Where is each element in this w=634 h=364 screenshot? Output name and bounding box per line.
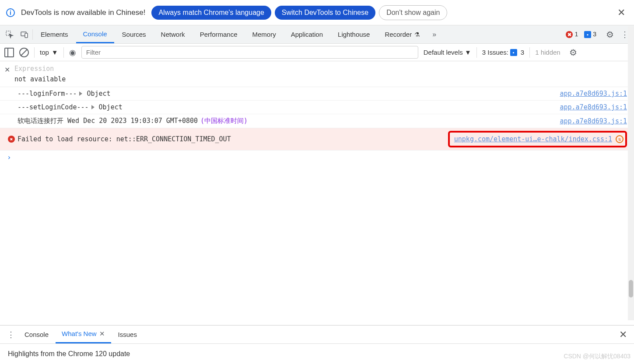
error-count-value: 1 <box>574 31 578 38</box>
clear-console-icon[interactable] <box>19 48 29 57</box>
expression-result: not available <box>14 75 630 83</box>
tab-lighthouse[interactable]: Lighthouse <box>331 26 377 42</box>
source-link[interactable]: app.a7e8d693.js:1 <box>560 90 627 98</box>
close-live-icon[interactable]: ✕ <box>4 65 10 74</box>
issues-label: 3 Issues: <box>482 49 508 56</box>
divider <box>32 29 33 40</box>
log-levels-selector[interactable]: Default levels ▼ <box>424 49 471 56</box>
drawer-tab-label: What's New <box>62 330 97 337</box>
highlight-annotation: unpkg.com/element-ui…e-chalk/index.css:1… <box>448 131 627 147</box>
tab-application[interactable]: Application <box>284 26 330 42</box>
expand-icon[interactable] <box>91 105 95 109</box>
log-row[interactable]: 软电话连接打开 Wed Dec 20 2023 19:03:07 GMT+080… <box>0 114 634 128</box>
issues-link[interactable]: 3 Issues: ▪3 <box>482 49 524 56</box>
expand-icon[interactable] <box>79 91 82 96</box>
error-text: Failed to load resource: net::ERR_CONNEC… <box>18 135 231 143</box>
network-icon[interactable]: ⇅ <box>616 135 623 143</box>
tab-memory[interactable]: Memory <box>245 26 283 42</box>
divider <box>63 47 64 58</box>
error-counter[interactable]: ✖1 <box>566 31 578 38</box>
console-settings-icon[interactable]: ⚙ <box>569 47 577 58</box>
drawer-tab-console[interactable]: Console <box>18 326 55 343</box>
issue-badge-icon: ▪ <box>584 31 591 38</box>
live-expression-row: ✕ Expression not available <box>0 61 634 87</box>
log-text: 软电话连接打开 Wed Dec 20 2023 19:03:07 GMT+080… <box>18 117 198 125</box>
svg-rect-2 <box>25 33 28 38</box>
console-log-list: ---loginForm--- Object app.a7e8d693.js:1… <box>0 87 634 164</box>
close-drawer-icon[interactable]: ✕ <box>616 329 630 340</box>
tab-recorder-label: Recorder <box>385 31 412 38</box>
sidebar-toggle-icon[interactable] <box>4 48 14 57</box>
info-icon: i <box>6 8 15 17</box>
log-row[interactable]: ---setLoginCode--- Object app.a7e8d693.j… <box>0 101 634 114</box>
tab-sources[interactable]: Sources <box>115 26 153 42</box>
device-icon[interactable] <box>18 28 32 42</box>
tab-performance[interactable]: Performance <box>193 26 245 42</box>
tab-recorder[interactable]: Recorder⚗ <box>378 26 427 42</box>
tab-network[interactable]: Network <box>154 26 192 42</box>
close-infobar-icon[interactable]: ✕ <box>615 7 628 18</box>
close-tab-icon[interactable]: ✕ <box>99 330 105 337</box>
scrollbar-track[interactable] <box>628 26 634 320</box>
live-expression-icon[interactable]: ◉ <box>69 48 76 57</box>
log-text: ---setLoginCode--- <box>18 103 89 111</box>
tab-elements[interactable]: Elements <box>34 26 75 42</box>
hidden-count[interactable]: 1 hidden <box>535 49 560 56</box>
levels-label: Default levels <box>424 49 463 56</box>
divider <box>476 47 477 58</box>
log-text-paren: (中国标准时间) <box>200 117 248 125</box>
settings-icon[interactable]: ⚙ <box>606 29 614 40</box>
drawer-tab-whatsnew[interactable]: What's New✕ <box>56 326 111 343</box>
switch-chinese-button[interactable]: Switch DevTools to Chinese <box>275 6 375 20</box>
expression-input[interactable]: Expression <box>14 65 630 73</box>
log-text: ---loginForm--- <box>18 90 77 98</box>
drawer-tabbar: ⋮ Console What's New✕ Issues ✕ <box>0 326 634 344</box>
divider <box>34 47 35 58</box>
tab-console[interactable]: Console <box>76 26 114 43</box>
filter-input[interactable] <box>81 46 418 59</box>
infobar-message: DevTools is now available in Chinese! <box>21 8 145 17</box>
whatsnew-headline: Highlights from the Chrome 120 update <box>8 350 130 357</box>
watermark: CSDN @何以解忧08403 <box>564 353 630 360</box>
log-row-error[interactable]: Failed to load resource: net::ERR_CONNEC… <box>0 128 634 150</box>
issues-count: 3 <box>521 49 524 56</box>
dont-show-button[interactable]: Don't show again <box>379 5 447 20</box>
drawer: ⋮ Console What's New✕ Issues ✕ Highlight… <box>0 325 634 364</box>
context-value: top <box>40 49 49 56</box>
chevron-down-icon: ▼ <box>52 49 58 56</box>
drawer-content: Highlights from the Chrome 120 update <box>0 344 634 364</box>
console-toolbar: top ▼ ◉ Default levels ▼ 3 Issues: ▪3 1 … <box>0 44 634 61</box>
console-prompt[interactable]: › <box>0 150 634 164</box>
divider <box>529 47 530 58</box>
drawer-menu-icon[interactable]: ⋮ <box>7 330 15 340</box>
more-tabs-icon[interactable]: » <box>432 31 436 38</box>
object-label: Object <box>99 103 123 111</box>
source-link[interactable]: unpkg.com/element-ui…e-chalk/index.css:1 <box>454 135 612 143</box>
always-match-button[interactable]: Always match Chrome's language <box>151 6 271 20</box>
object-label: Object <box>87 90 110 98</box>
context-selector[interactable]: top ▼ <box>40 49 58 56</box>
issue-count-value: 3 <box>593 31 596 38</box>
issue-counter[interactable]: ▪3 <box>584 31 596 38</box>
language-infobar: i DevTools is now available in Chinese! … <box>0 0 634 25</box>
issue-badge-icon: ▪ <box>510 49 517 56</box>
main-tabbar: Elements Console Sources Network Perform… <box>0 25 634 44</box>
error-badge-icon: ✖ <box>566 31 573 38</box>
drawer-tab-issues[interactable]: Issues <box>112 326 143 343</box>
scrollbar-thumb[interactable] <box>629 280 633 298</box>
inspect-icon[interactable] <box>3 28 17 42</box>
log-row[interactable]: ---loginForm--- Object app.a7e8d693.js:1 <box>0 87 634 101</box>
source-link[interactable]: app.a7e8d693.js:1 <box>560 117 627 125</box>
flask-icon: ⚗ <box>414 31 420 38</box>
source-link[interactable]: app.a7e8d693.js:1 <box>560 103 627 111</box>
